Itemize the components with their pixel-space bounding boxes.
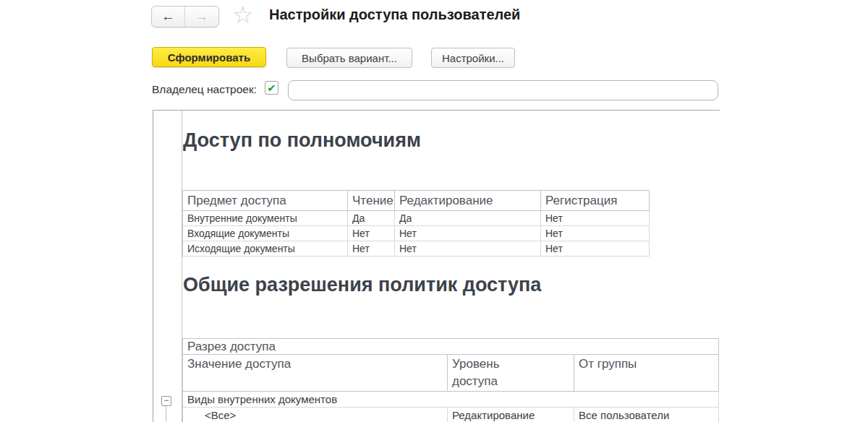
access-by-rights-table: Предмет доступа Чтение Редактирование Ре… (182, 190, 650, 257)
header-cell-access-kind: Разрез доступа (183, 339, 719, 355)
cell-access-value: <Все> (183, 408, 448, 422)
minus-icon: − (163, 395, 169, 405)
table-row: Исходящие документы Нет Нет Нет (183, 241, 650, 257)
nav-forward-button[interactable]: → (185, 7, 218, 27)
cell-access-level: Редактирование (448, 408, 574, 422)
table-group-row: Виды внутренних документов (183, 392, 719, 408)
favorite-star-icon[interactable]: ☆ (232, 2, 254, 28)
header-cell: Значение доступа (183, 355, 448, 392)
header-cell: От группы (574, 355, 719, 392)
header-cell: Чтение (348, 191, 395, 211)
header-cell: Редактирование (395, 191, 541, 211)
section-title-access-policies: Общие разрешения политик доступа (183, 274, 541, 296)
table-row: Входящие документы Нет Нет Нет (183, 226, 650, 241)
cell-subject: Внутренние документы (183, 211, 348, 226)
back-arrow-icon: ← (161, 9, 175, 25)
settings-owner-checkbox[interactable]: ✔ (265, 81, 278, 95)
cell-edit: Нет (395, 241, 541, 257)
cell-edit: Нет (395, 226, 541, 241)
settings-button[interactable]: Настройки... (431, 48, 515, 68)
cell-subject: Входящие документы (183, 226, 348, 241)
nav-back-button[interactable]: ← (152, 7, 185, 27)
table-row: Внутренние документы Да Да Нет (183, 211, 650, 226)
tree-branch-line (166, 406, 166, 422)
table-header-row: Предмет доступа Чтение Редактирование Ре… (183, 191, 650, 211)
cell-register: Нет (541, 226, 650, 241)
collapse-group-button[interactable]: − (161, 396, 171, 406)
table-header-row: Значение доступа Уровень доступа От груп… (183, 355, 719, 392)
access-policies-table: Разрез доступа Значение доступа Уровень … (182, 338, 719, 422)
cell-register: Нет (541, 211, 650, 226)
header-cell: Уровень доступа (448, 355, 574, 392)
cell-read: Нет (348, 226, 395, 241)
header-cell: Регистрация (541, 191, 650, 211)
settings-owner-input[interactable] (288, 80, 718, 100)
choose-variant-button[interactable]: Выбрать вариант... (286, 48, 412, 68)
header-cell: Предмет доступа (183, 191, 348, 211)
cell-subject: Исходящие документы (183, 241, 348, 257)
check-icon: ✔ (267, 82, 276, 95)
cell-from-group: Все пользователи (574, 408, 719, 422)
group-row-label: Виды внутренних документов (183, 392, 719, 408)
cell-register: Нет (541, 241, 650, 257)
report-area: − Доступ по полномочиям Предмет доступа … (153, 110, 720, 422)
settings-owner-label: Владелец настроек: (152, 83, 257, 96)
forward-arrow-icon: → (195, 9, 209, 25)
cell-edit: Да (395, 211, 541, 226)
section-title-access-by-rights: Доступ по полномочиям (183, 129, 421, 152)
nav-button-group: ← → (151, 6, 219, 27)
page-title: Настройки доступа пользователей (269, 7, 520, 23)
generate-button[interactable]: Сформировать (152, 47, 266, 67)
cell-read: Да (348, 211, 395, 226)
table-span-header-row: Разрез доступа (183, 339, 719, 355)
cell-read: Нет (348, 241, 395, 257)
table-row: <Все> Редактирование Все пользователи (183, 408, 719, 422)
